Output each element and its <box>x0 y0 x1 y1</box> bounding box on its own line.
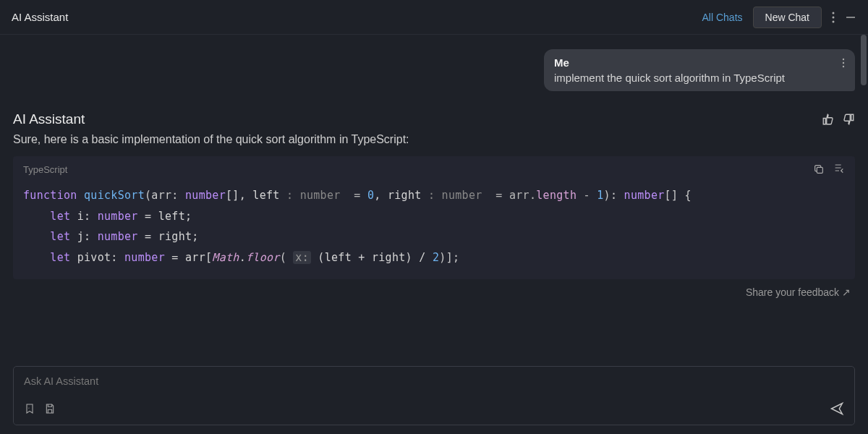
scrollbar-thumb[interactable] <box>861 35 867 85</box>
code-token: length <box>536 189 576 202</box>
user-name-label: Me <box>554 56 569 69</box>
share-feedback-link[interactable]: Share your feedback ↗ <box>13 286 855 298</box>
chat-input[interactable] <box>24 375 844 387</box>
code-token: number <box>624 189 665 202</box>
code-token: j: <box>70 230 97 243</box>
scrollbar[interactable] <box>859 35 868 362</box>
save-icon[interactable] <box>44 403 56 414</box>
code-token: Math <box>212 251 239 264</box>
code-token: ): <box>604 189 624 202</box>
code-token: (arr: <box>145 189 185 202</box>
header-actions: All Chats New Chat <box>702 7 857 28</box>
ai-message-block: AI Assistant Sure, here is a basic imple… <box>13 111 855 279</box>
code-token: , right <box>374 189 428 202</box>
code-token: 0 <box>367 189 374 202</box>
code-token: (left + right) / <box>311 251 433 264</box>
code-token: pivot: <box>70 251 124 264</box>
code-header: TypeScript <box>13 156 855 182</box>
code-token: number <box>98 210 138 223</box>
minimize-icon[interactable] <box>845 12 856 23</box>
code-token: 2 <box>433 251 439 264</box>
header-bar: AI Assistant All Chats New Chat <box>0 0 868 35</box>
input-toolbar <box>24 401 844 416</box>
svg-rect-7 <box>817 167 822 173</box>
code-token: [], left <box>226 189 286 202</box>
code-token: )]; <box>439 251 459 264</box>
new-chat-button[interactable]: New Chat <box>753 7 822 28</box>
chat-input-container <box>13 366 855 425</box>
code-block: TypeScript function quickSort(arr: numbe… <box>13 156 855 279</box>
code-token: : number <box>286 189 341 202</box>
code-language-label: TypeScript <box>23 164 67 175</box>
code-token: = left; <box>138 210 192 223</box>
more-options-icon[interactable] <box>832 12 835 23</box>
code-token: floor <box>246 251 280 264</box>
code-token: = arr[ <box>165 251 212 264</box>
svg-point-6 <box>843 65 844 67</box>
svg-point-0 <box>833 12 835 14</box>
code-token: 1 <box>597 189 603 202</box>
code-token: = arr. <box>482 189 537 202</box>
code-token: [] { <box>665 189 692 202</box>
insert-code-icon[interactable] <box>833 163 845 175</box>
all-chats-link[interactable]: All Chats <box>702 12 743 23</box>
code-token: x: <box>293 251 311 264</box>
svg-point-2 <box>833 20 835 22</box>
ai-name-label: AI Assistant <box>13 111 85 127</box>
code-content[interactable]: function quickSort(arr: number[], left :… <box>13 182 855 279</box>
bookmark-icon[interactable] <box>24 403 35 414</box>
feedback-icons <box>822 113 855 126</box>
code-token: let <box>50 230 70 243</box>
code-token: : number <box>428 189 482 202</box>
svg-point-1 <box>833 16 835 18</box>
code-token: number <box>124 251 165 264</box>
message-options-icon[interactable] <box>842 58 845 68</box>
code-token: let <box>50 251 70 264</box>
app-title: AI Assistant <box>12 11 68 23</box>
code-token: - <box>576 189 597 202</box>
code-token: ( <box>280 251 294 264</box>
code-token: quickSort <box>84 189 145 202</box>
code-token: let <box>50 210 70 223</box>
code-token: function <box>23 189 77 202</box>
code-token: number <box>98 230 138 243</box>
svg-point-4 <box>843 58 844 59</box>
code-token: . <box>239 251 246 264</box>
thumbs-down-icon[interactable] <box>842 113 855 126</box>
code-token: i: <box>70 210 97 223</box>
svg-point-5 <box>843 61 844 63</box>
copy-code-icon[interactable] <box>813 163 825 175</box>
send-icon[interactable] <box>830 401 844 416</box>
chat-scroll-area: Me implement the quick sort algorithm in… <box>0 35 868 362</box>
code-token: number <box>185 189 226 202</box>
user-message-text: implement the quick sort algorithm in Ty… <box>554 72 845 84</box>
code-token: = right; <box>138 230 199 243</box>
thumbs-up-icon[interactable] <box>822 113 835 126</box>
user-message-bubble: Me implement the quick sort algorithm in… <box>544 49 855 91</box>
code-token: = <box>341 189 367 202</box>
ai-intro-text: Sure, here is a basic implementation of … <box>13 133 855 146</box>
